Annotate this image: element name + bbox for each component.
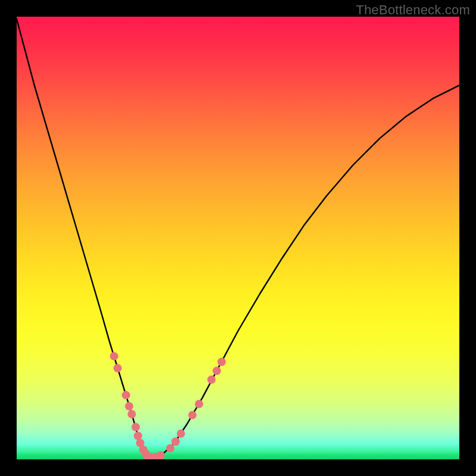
bottleneck-curve (17, 19, 459, 458)
curve-marker (156, 451, 165, 459)
curve-marker (171, 437, 180, 446)
curve-marker (212, 367, 221, 375)
plot-area (17, 17, 459, 459)
curve-marker (188, 411, 196, 419)
curve-marker (207, 375, 215, 384)
watermark-text: TheBottleneck.com (356, 2, 470, 18)
chart-frame: TheBottleneck.com (0, 0, 476, 476)
curve-marker (177, 430, 185, 438)
curve-marker (110, 352, 118, 361)
chart-svg (17, 17, 459, 459)
curve-marker (131, 423, 140, 431)
curve-marker (122, 391, 130, 399)
curve-marker (166, 444, 174, 452)
curve-marker (134, 432, 142, 440)
curve-marker (217, 358, 226, 366)
curve-marker (195, 400, 203, 408)
curve-markers (110, 352, 226, 459)
curve-marker (125, 402, 133, 411)
curve-marker (114, 364, 122, 372)
curve-marker (127, 410, 136, 418)
